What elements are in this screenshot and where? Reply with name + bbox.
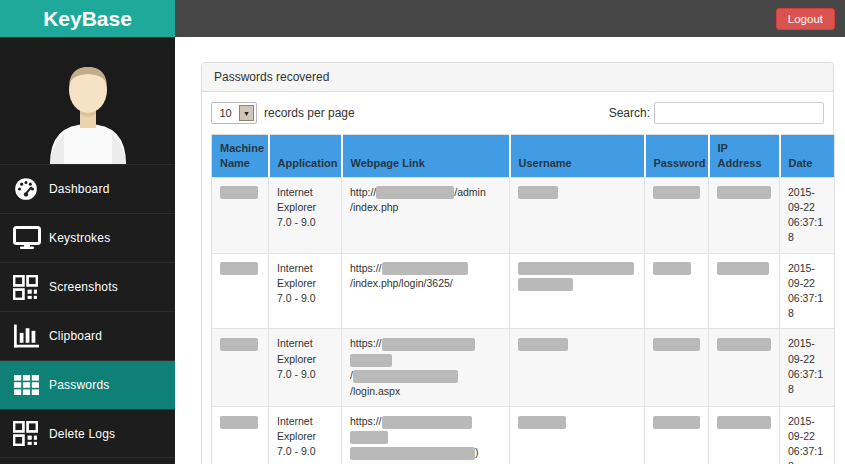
cell-password: [645, 406, 709, 464]
redacted-value: [717, 416, 771, 429]
cell-username: [510, 177, 645, 253]
records-per-page-select[interactable]: 10 ▼: [211, 102, 257, 124]
redacted-value: [717, 338, 771, 351]
table-icon: [13, 371, 49, 399]
table-controls: 10 ▼ records per page Search:: [211, 102, 824, 124]
redacted-value: [653, 262, 691, 275]
search-input[interactable]: [654, 102, 824, 124]
sidebar-item-screenshots[interactable]: Screenshots: [0, 262, 175, 311]
cell-webpage-link: http:///admin/index.php: [342, 177, 510, 253]
qrcode-icon: [13, 273, 49, 301]
cell-machine-name: [212, 406, 269, 464]
sidebar-item-clipboard[interactable]: Clipboard: [0, 311, 175, 360]
cell-webpage-link: https://)/login.aspx: [342, 406, 510, 464]
records-per-page-label: records per page: [264, 106, 355, 120]
cell-password: [645, 329, 709, 406]
redacted-value: [518, 338, 568, 351]
redacted-value: [518, 416, 566, 429]
cell-date: 2015-09-22 06:37:18: [780, 177, 835, 253]
table-header-row: Machine NameApplicationWebpage LinkUsern…: [212, 135, 835, 178]
cell-ip-address: [709, 406, 780, 464]
redacted-value: [717, 186, 771, 199]
main-content: Passwords recovered 10 ▼ records per pag…: [175, 37, 845, 464]
column-header-password[interactable]: Password: [645, 135, 709, 178]
passwords-table: Machine NameApplicationWebpage LinkUsern…: [211, 134, 835, 464]
cell-webpage-link: https:////login.aspx: [342, 329, 510, 406]
search-bar: Search:: [609, 102, 824, 124]
search-label: Search:: [609, 106, 650, 120]
cell-password: [645, 253, 709, 329]
redacted-value: [220, 186, 258, 199]
redacted-value: [220, 416, 258, 429]
redacted-value: [717, 262, 769, 275]
redacted-value: [220, 338, 258, 351]
sidebar-item-label: Screenshots: [49, 280, 118, 294]
sidebar-item-passwords[interactable]: Passwords: [0, 360, 175, 409]
cell-application: Internet Explorer 7.0 - 9.0: [269, 329, 342, 406]
sidebar: Dashboard Keystrokes: [0, 37, 175, 464]
redacted-value: [220, 262, 258, 275]
bar-chart-icon: [13, 322, 49, 350]
redacted-value: [518, 262, 634, 275]
monitor-icon: [13, 224, 49, 252]
cell-username: [510, 329, 645, 406]
redacted-value: [518, 278, 573, 291]
app-title: KeyBase: [43, 7, 132, 31]
cell-application: Internet Explorer 7.0 - 9.0: [269, 406, 342, 464]
redacted-value: [382, 262, 468, 275]
cell-webpage-link: https:///index.php/login/3625/: [342, 253, 510, 329]
sidebar-item-label: Delete Logs: [49, 427, 115, 441]
cell-date: 2015-09-22 06:37:18: [780, 406, 835, 464]
passwords-table-body: Internet Explorer 7.0 - 9.0http:///admin…: [212, 177, 835, 464]
qrcode-icon: [13, 420, 49, 448]
table-row: Internet Explorer 7.0 - 9.0http:///admin…: [212, 177, 835, 253]
passwords-table-head: Machine NameApplicationWebpage LinkUsern…: [212, 135, 835, 178]
sidebar-item-delete-logs[interactable]: Delete Logs: [0, 409, 175, 458]
cell-machine-name: [212, 177, 269, 253]
cell-application: Internet Explorer 7.0 - 9.0: [269, 177, 342, 253]
sidebar-item-label: Keystrokes: [49, 231, 110, 245]
gauge-icon: [13, 175, 49, 203]
cell-date: 2015-09-22 06:37:18: [780, 253, 835, 329]
table-row: Internet Explorer 7.0 - 9.0https://)/log…: [212, 406, 835, 464]
cell-password: [645, 177, 709, 253]
cell-username: [510, 253, 645, 329]
column-header-machine-name[interactable]: Machine Name: [212, 135, 269, 178]
logout-button[interactable]: Logout: [776, 8, 835, 30]
passwords-panel: Passwords recovered 10 ▼ records per pag…: [201, 62, 834, 464]
cell-date: 2015-09-22 06:37:18: [780, 329, 835, 406]
records-per-page: 10 ▼ records per page: [211, 102, 355, 124]
table-row: Internet Explorer 7.0 - 9.0https:///inde…: [212, 253, 835, 329]
column-header-application[interactable]: Application: [269, 135, 342, 178]
chevron-down-icon: ▼: [239, 105, 254, 121]
cell-ip-address: [709, 329, 780, 406]
column-header-webpage-link[interactable]: Webpage Link: [342, 135, 510, 178]
redacted-value: [653, 338, 700, 351]
sidebar-item-label: Clipboard: [49, 329, 102, 343]
redacted-value: [653, 416, 700, 429]
column-header-ip-address[interactable]: IP Address: [709, 135, 780, 178]
sidebar-item-dashboard[interactable]: Dashboard: [0, 164, 175, 213]
redacted-value: [353, 370, 458, 383]
avatar: [0, 37, 175, 164]
records-per-page-value: 10: [212, 107, 239, 119]
redacted-value: [350, 354, 392, 367]
cell-ip-address: [709, 253, 780, 329]
cell-machine-name: [212, 329, 269, 406]
brand-header: KeyBase: [0, 0, 175, 37]
redacted-value: [382, 338, 475, 351]
panel-title: Passwords recovered: [202, 63, 833, 92]
redacted-value: [376, 186, 454, 199]
redacted-value: [350, 447, 475, 460]
column-header-date[interactable]: Date: [780, 135, 835, 178]
cell-username: [510, 406, 645, 464]
keybase-app: KeyBase Logout: [0, 0, 845, 464]
redacted-value: [653, 186, 700, 199]
sidebar-item-keystrokes[interactable]: Keystrokes: [0, 213, 175, 262]
cell-machine-name: [212, 253, 269, 329]
sidebar-item-label: Dashboard: [49, 182, 110, 196]
redacted-value: [518, 186, 558, 199]
column-header-username[interactable]: Username: [510, 135, 645, 178]
sidebar-item-label: Passwords: [49, 378, 110, 392]
table-row: Internet Explorer 7.0 - 9.0https:////log…: [212, 329, 835, 406]
